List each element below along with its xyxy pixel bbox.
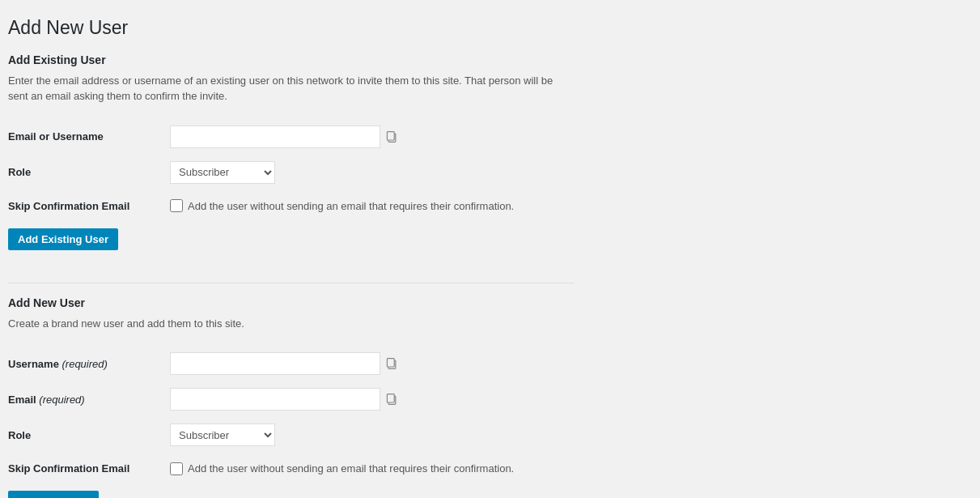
new-user-email-required: (required) bbox=[39, 394, 84, 406]
existing-user-form: Email or Username Role Subscriber bbox=[8, 119, 575, 222]
existing-user-skip-description: Add the user without sending an email th… bbox=[188, 200, 514, 212]
svg-rect-1 bbox=[387, 131, 394, 139]
new-user-form: Username (required) Email (requ bbox=[8, 346, 575, 484]
new-user-email-row: Email (required) bbox=[8, 381, 575, 417]
copy-icon bbox=[385, 130, 398, 143]
existing-user-section-title: Add Existing User bbox=[8, 53, 964, 66]
existing-user-email-input[interactable] bbox=[170, 126, 380, 148]
existing-user-description: Enter the email address or username of a… bbox=[8, 73, 575, 104]
existing-user-email-row: Email or Username bbox=[8, 119, 575, 155]
new-user-email-input-wrapper bbox=[170, 388, 575, 411]
new-user-email-copy-button[interactable] bbox=[384, 391, 400, 407]
existing-user-email-label: Email or Username bbox=[8, 119, 170, 155]
new-user-skip-checkbox[interactable] bbox=[170, 462, 183, 475]
copy-icon bbox=[385, 357, 398, 370]
new-user-description: Create a brand new user and add them to … bbox=[8, 316, 575, 332]
existing-user-role-label: Role bbox=[8, 155, 170, 190]
existing-user-skip-row: Skip Confirmation Email Add the user wit… bbox=[8, 190, 575, 222]
copy-icon bbox=[385, 393, 398, 406]
new-user-email-input[interactable] bbox=[170, 388, 380, 411]
existing-user-email-copy-button[interactable] bbox=[384, 129, 400, 145]
new-user-skip-label: Skip Confirmation Email bbox=[8, 453, 170, 484]
new-user-role-row: Role Subscriber Contributor Author Edito… bbox=[8, 417, 575, 453]
new-user-section-title: Add New User bbox=[8, 296, 964, 309]
existing-user-role-select[interactable]: Subscriber Contributor Author Editor Adm… bbox=[170, 161, 275, 184]
new-user-email-label: Email bbox=[8, 394, 36, 406]
page-title: Add New User bbox=[8, 16, 964, 40]
new-user-username-copy-button[interactable] bbox=[384, 355, 400, 372]
section-divider bbox=[8, 283, 575, 283]
existing-user-email-input-wrapper bbox=[170, 126, 575, 148]
existing-user-section: Add Existing User Enter the email addres… bbox=[8, 53, 964, 263]
new-user-username-row: Username (required) bbox=[8, 346, 575, 381]
existing-user-skip-checkbox[interactable] bbox=[170, 199, 183, 212]
existing-user-role-row: Role Subscriber Contributor Author Edito… bbox=[8, 155, 575, 190]
new-user-username-label: Username bbox=[8, 358, 59, 370]
svg-rect-5 bbox=[387, 394, 394, 402]
new-user-skip-row: Skip Confirmation Email Add the user wit… bbox=[8, 453, 575, 484]
existing-user-skip-label: Skip Confirmation Email bbox=[8, 190, 170, 222]
new-user-role-select[interactable]: Subscriber Contributor Author Editor Adm… bbox=[170, 424, 275, 446]
new-user-username-required: (required) bbox=[62, 358, 108, 370]
existing-user-skip-wrapper[interactable]: Add the user without sending an email th… bbox=[170, 199, 575, 212]
new-user-username-input-wrapper bbox=[170, 352, 575, 375]
new-user-role-label: Role bbox=[8, 417, 170, 453]
add-existing-user-button[interactable]: Add Existing User bbox=[8, 228, 118, 250]
new-user-username-input[interactable] bbox=[170, 352, 380, 375]
new-user-skip-description: Add the user without sending an email th… bbox=[188, 462, 514, 475]
new-user-skip-wrapper[interactable]: Add the user without sending an email th… bbox=[170, 462, 575, 475]
add-new-user-button[interactable]: Add New User bbox=[8, 491, 99, 498]
new-user-section: Add New User Create a brand new user and… bbox=[8, 296, 964, 498]
svg-rect-3 bbox=[387, 359, 394, 367]
